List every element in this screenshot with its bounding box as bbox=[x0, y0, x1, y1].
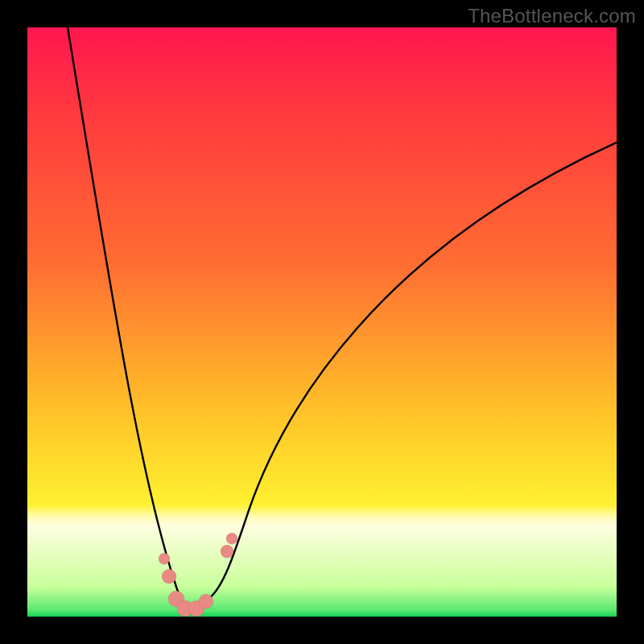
curve-marker bbox=[226, 533, 237, 544]
frame: TheBottleneck.com bbox=[0, 0, 644, 644]
watermark-text: TheBottleneck.com bbox=[468, 5, 636, 27]
curve-marker bbox=[159, 553, 170, 564]
curve-marker bbox=[199, 594, 213, 609]
curve-marker bbox=[162, 569, 176, 584]
curve-marker bbox=[221, 545, 233, 558]
chart-svg bbox=[27, 27, 617, 617]
bottleneck-curve bbox=[68, 27, 617, 606]
